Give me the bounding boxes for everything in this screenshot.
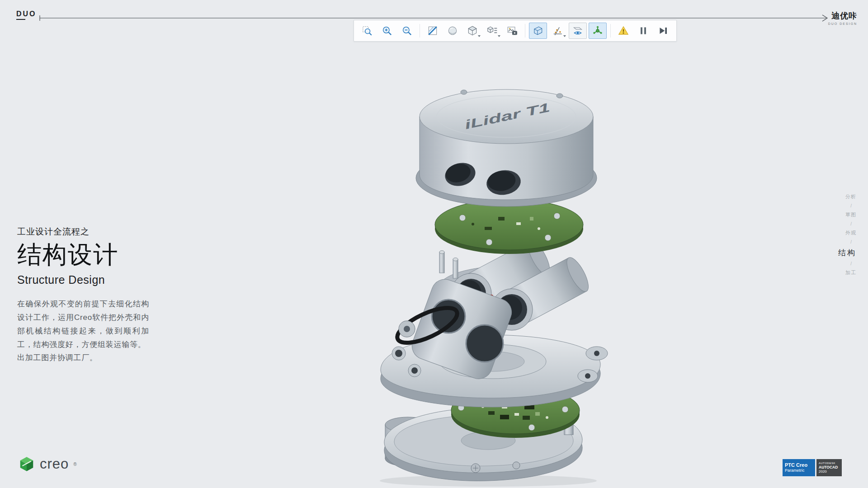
datum-display-button[interactable] [549, 23, 567, 39]
spin-center-button[interactable] [589, 23, 607, 39]
software-badges: PTC Creo Parametric AUTODESK AUTOCAD 202… [783, 459, 842, 476]
standoff-post [439, 251, 444, 273]
description-text: 在确保外观不变的前提下去细化结构设计工作，运用Creo软件把外壳和内部机械结构链… [17, 297, 149, 365]
screw [471, 464, 480, 473]
nav-item-structure[interactable]: 结构 [838, 248, 856, 258]
toolbar-separator [420, 24, 420, 38]
zoom-out-button[interactable] [398, 23, 416, 39]
process-nav: 分析 / 草图 / 外观 / 结构 / 加工 [838, 193, 856, 276]
page-subtitle: Structure Design [17, 273, 166, 286]
dropdown-caret-icon [498, 35, 500, 37]
duo-logo-text: DUO [16, 10, 37, 18]
nav-item-sketch[interactable]: 草图 [845, 211, 856, 218]
creo-logo: creo ® [18, 455, 77, 473]
drum-window [466, 325, 503, 362]
model-viewport[interactable]: iLidar T1 [353, 81, 624, 488]
nav-separator: / [850, 239, 852, 244]
spin-center-icon [592, 25, 604, 37]
description-panel: 工业设计全流程之 结构设计 Structure Design 在确保外观不变的前… [17, 226, 166, 365]
screw-hole [528, 424, 535, 431]
screw [513, 462, 520, 469]
zoom-out-icon [401, 25, 413, 37]
display-style-icon [467, 25, 478, 37]
nav-separator: / [850, 203, 852, 208]
creo-cube-icon [18, 455, 35, 473]
screw-hole [554, 213, 560, 219]
zoom-in-icon [381, 25, 393, 37]
repaint-button[interactable] [424, 23, 442, 39]
nav-separator: / [850, 221, 852, 226]
nav-item-analysis[interactable]: 分析 [845, 193, 856, 200]
brand-subtitle: DUO DESIGN [828, 22, 857, 25]
annotation-display-button[interactable] [569, 23, 587, 39]
brand-name: 迪优咔 [828, 10, 857, 21]
nav-item-appearance[interactable]: 外观 [845, 230, 856, 236]
screw-hole [545, 235, 551, 241]
badge-line: Parametric [785, 468, 813, 473]
page-title: 结构设计 [17, 241, 166, 268]
description-paragraph: 在确保外观不变的前提下去细化结构设计工作，运用Creo软件把外壳和内部机械结构链… [17, 297, 149, 351]
toolbar-separator [610, 24, 611, 38]
capture-image-button[interactable] [503, 23, 521, 39]
cover-post [557, 94, 563, 98]
saved-views-icon [486, 25, 498, 37]
saved-views-button[interactable] [483, 23, 501, 39]
zoom-in-button[interactable] [378, 23, 396, 39]
zoom-window-icon [361, 25, 373, 37]
registered-mark: ® [73, 462, 76, 467]
badge-line: AUTOCAD [819, 465, 840, 469]
step-forward-button[interactable] [654, 23, 672, 39]
display-style-button[interactable] [463, 23, 481, 39]
brand-logo: 迪优咔 DUO DESIGN [828, 10, 857, 25]
nav-separator: / [850, 261, 852, 266]
screw-hole [562, 406, 568, 413]
toolbar-separator [525, 24, 525, 38]
warning-icon [618, 25, 629, 37]
badge-line: PTC Creo [785, 462, 813, 468]
annotation-display-icon [572, 25, 584, 37]
shading-button[interactable] [443, 23, 462, 39]
ptc-creo-badge: PTC Creo Parametric [783, 459, 815, 476]
pause-button[interactable] [634, 23, 652, 39]
pause-icon [637, 25, 649, 37]
dropdown-caret-icon [563, 35, 566, 37]
zoom-window-button[interactable] [358, 23, 376, 39]
graphics-toolbar [354, 20, 677, 42]
warning-button[interactable] [614, 23, 632, 39]
part-top-cover: iLidar T1 [416, 89, 597, 206]
duo-logo: DUO [16, 10, 37, 20]
perspective-view-icon [532, 25, 544, 37]
step-forward-icon [657, 25, 669, 37]
screw-hole [486, 239, 492, 245]
repaint-icon [427, 25, 439, 37]
shading-icon [447, 25, 458, 37]
exploded-model: iLidar T1 [353, 81, 624, 488]
capture-image-icon [506, 25, 518, 37]
part-pcb-top [435, 199, 583, 254]
perspective-view-button[interactable] [529, 23, 547, 39]
badge-line: AUTODESK [819, 462, 840, 465]
creo-wordmark: creo [40, 456, 69, 472]
screw-hole [459, 215, 466, 221]
standoff-post [453, 258, 458, 279]
dropdown-caret-icon [478, 35, 481, 37]
badge-line: 2020 [819, 469, 840, 474]
cover-post [461, 90, 467, 94]
autocad-badge: AUTODESK AUTOCAD 2020 [816, 459, 842, 476]
datum-display-icon [552, 25, 564, 37]
description-paragraph: 出加工图并协调工厂。 [17, 351, 149, 365]
section-kicker: 工业设计全流程之 [17, 226, 166, 238]
stage: DUO 迪优咔 DUO DESIGN [0, 0, 868, 488]
duo-logo-underline [16, 19, 25, 20]
nav-item-machining[interactable]: 加工 [845, 269, 856, 276]
